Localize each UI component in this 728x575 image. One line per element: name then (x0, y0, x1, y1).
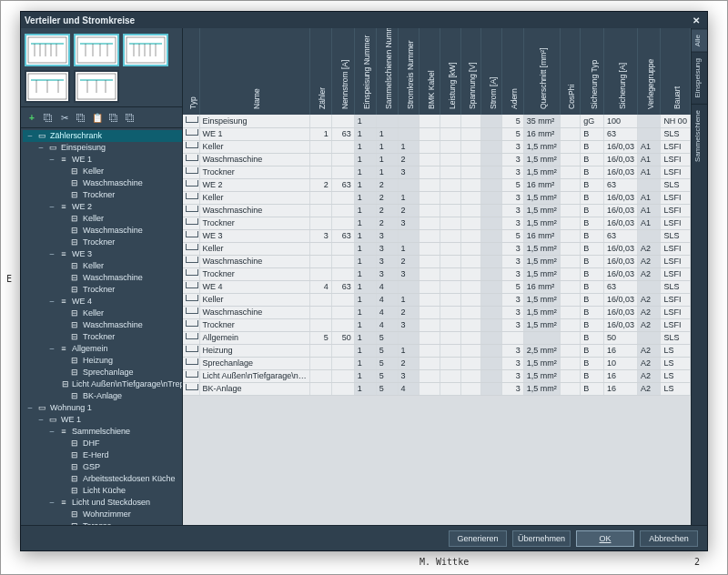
cell-zaehler[interactable] (309, 115, 331, 127)
tree-item[interactable]: ⊟Trockner (23, 189, 182, 201)
cut-button[interactable]: ✂ (57, 110, 72, 125)
cell-verlege[interactable]: A2 (637, 382, 660, 395)
col-adern[interactable]: Adern (501, 28, 523, 115)
cell-spannung[interactable] (460, 306, 481, 318)
col-querschnitt[interactable]: Querschnitt [mm²] (523, 28, 560, 115)
cell-bauart[interactable]: SLS (661, 331, 691, 344)
cell-sammel[interactable]: 2 (376, 178, 398, 191)
cell-typ[interactable] (183, 255, 199, 267)
col-cosphi[interactable]: CosPhi (560, 28, 581, 115)
cell-bmk[interactable] (420, 153, 440, 166)
cell-typ[interactable] (183, 331, 199, 344)
cell-einsp[interactable]: 1 (354, 153, 376, 166)
cell-strom[interactable] (481, 229, 502, 242)
cell-bauart[interactable]: SLS (661, 127, 691, 140)
cell-querschnitt[interactable]: 16 mm² (523, 229, 560, 242)
table-row[interactable]: Trockner13331,5 mm²B16/0,03A2LSFI (183, 267, 691, 280)
cell-typ[interactable] (183, 166, 199, 178)
cell-strom[interactable] (481, 255, 502, 267)
copy-button[interactable]: ⿻ (74, 110, 88, 125)
cell-sicha[interactable]: 16 (603, 369, 637, 382)
cell-spannung[interactable] (460, 280, 481, 293)
cell-strom[interactable] (481, 140, 502, 153)
cell-leistung[interactable] (440, 369, 461, 382)
cell-querschnitt[interactable]: 1,5 mm² (523, 293, 560, 306)
cell-sicha[interactable]: 16/0,03 (603, 318, 637, 331)
cell-verlege[interactable]: A1 (637, 140, 660, 153)
col-verlege[interactable]: Verlegegruppe (637, 28, 660, 115)
cell-cosphi[interactable] (560, 382, 581, 395)
cell-spannung[interactable] (460, 331, 481, 344)
thumbnail[interactable] (74, 34, 119, 66)
cell-sicha[interactable]: 10 (603, 357, 637, 369)
expand-toggle-icon[interactable]: − (48, 154, 56, 166)
cell-name[interactable]: Trockner (199, 267, 309, 280)
cell-cosphi[interactable] (560, 318, 581, 331)
cell-cosphi[interactable] (560, 293, 581, 306)
cell-nennstrom[interactable]: 63 (331, 229, 354, 242)
cell-sammel[interactable]: 1 (376, 166, 398, 178)
cell-bmk[interactable] (420, 369, 440, 382)
cell-leistung[interactable] (440, 267, 461, 280)
cell-verlege[interactable]: A2 (637, 267, 660, 280)
cell-zaehler[interactable]: 5 (309, 331, 331, 344)
cell-bmk[interactable] (420, 191, 440, 204)
cell-name[interactable]: Keller (199, 191, 309, 204)
cell-sicha[interactable]: 16/0,03 (603, 293, 637, 306)
cell-cosphi[interactable] (560, 267, 581, 280)
cell-nennstrom[interactable] (331, 267, 354, 280)
cell-einsp[interactable]: 1 (354, 127, 376, 140)
cell-verlege[interactable]: A1 (637, 191, 660, 204)
tree-item[interactable]: −≡WE 3 (23, 248, 182, 260)
tree-item[interactable]: −≡Allgemein (23, 343, 182, 355)
cell-sichtyp[interactable]: B (581, 293, 604, 306)
cell-sammel[interactable]: 5 (376, 382, 398, 395)
cell-einsp[interactable]: 1 (354, 229, 376, 242)
cell-leistung[interactable] (440, 166, 461, 178)
cell-sicha[interactable]: 16/0,03 (603, 306, 637, 318)
cell-verlege[interactable]: A2 (637, 293, 660, 306)
cell-bauart[interactable]: LSFI (661, 217, 691, 229)
col-bmk[interactable]: BMK Kabel (420, 28, 440, 115)
cell-strom[interactable] (481, 204, 502, 217)
cell-sichtyp[interactable]: B (581, 229, 604, 242)
cell-einsp[interactable]: 1 (354, 267, 376, 280)
table-row[interactable]: Heizung15132,5 mm²B16A2LS (183, 344, 691, 357)
cell-sicha[interactable]: 16/0,03 (603, 267, 637, 280)
cell-cosphi[interactable] (560, 369, 581, 382)
cell-cosphi[interactable] (560, 166, 581, 178)
cell-bmk[interactable] (420, 217, 440, 229)
cell-stromkreis[interactable]: 2 (398, 204, 420, 217)
thumbnail[interactable] (123, 34, 168, 66)
col-sicha[interactable]: Sicherung [A] (603, 28, 637, 115)
thumbnail[interactable] (74, 70, 119, 103)
cell-adern[interactable]: 5 (501, 127, 523, 140)
cell-sichtyp[interactable]: B (581, 280, 604, 293)
cell-nennstrom[interactable] (331, 255, 354, 267)
cell-typ[interactable] (183, 357, 199, 369)
cell-name[interactable]: Trockner (199, 318, 309, 331)
cell-strom[interactable] (481, 127, 502, 140)
cell-sichtyp[interactable]: B (581, 178, 604, 191)
cell-leistung[interactable] (440, 357, 461, 369)
cancel-button[interactable]: Abbrechen (640, 530, 698, 547)
cell-nennstrom[interactable] (331, 140, 354, 153)
cell-strom[interactable] (481, 178, 502, 191)
cell-adern[interactable]: 3 (501, 191, 523, 204)
cell-querschnitt[interactable]: 35 mm² (523, 115, 560, 127)
cell-adern[interactable]: 3 (501, 204, 523, 217)
cell-bauart[interactable]: LSFI (661, 306, 691, 318)
cell-name[interactable]: Keller (199, 293, 309, 306)
cell-strom[interactable] (481, 369, 502, 382)
cell-sicha[interactable]: 63 (603, 127, 637, 140)
cell-bauart[interactable]: LSFI (661, 318, 691, 331)
cell-leistung[interactable] (440, 217, 461, 229)
cell-name[interactable]: Allgemein (199, 331, 309, 344)
cell-strom[interactable] (481, 344, 502, 357)
cell-sichtyp[interactable]: B (581, 255, 604, 267)
cell-spannung[interactable] (460, 267, 481, 280)
tree-item[interactable]: ⊟Keller (23, 308, 182, 319)
cell-typ[interactable] (183, 204, 199, 217)
table-row[interactable]: Keller11131,5 mm²B16/0,03A1LSFI (183, 140, 691, 153)
generate-button[interactable]: Generieren (449, 530, 507, 547)
